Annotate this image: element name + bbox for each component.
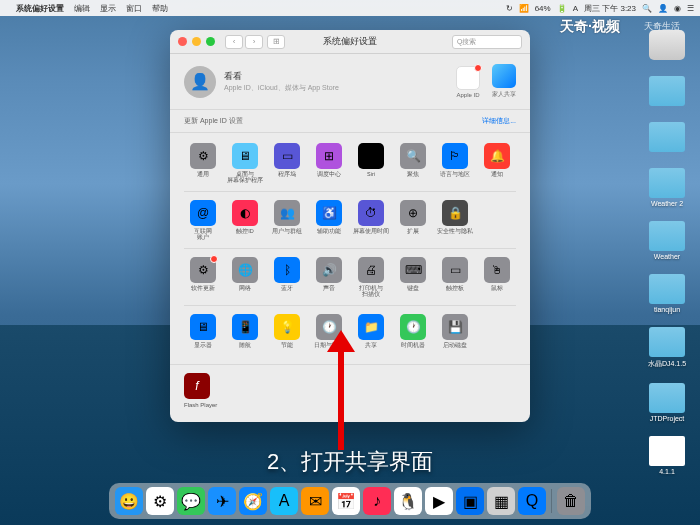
dock-item-4[interactable]: 🧭 bbox=[239, 487, 267, 515]
pref-启动磁盘[interactable]: 💾启动磁盘 bbox=[436, 314, 474, 354]
pref-通用[interactable]: ⚙通用 bbox=[184, 143, 222, 183]
pref-键盘[interactable]: ⌨键盘 bbox=[394, 257, 432, 297]
siri-icon[interactable]: ◉ bbox=[674, 4, 681, 13]
close-button[interactable] bbox=[178, 37, 187, 46]
pref-互联网账户[interactable]: @互联网账户 bbox=[184, 200, 222, 240]
desktop-item[interactable]: 4.1.1 bbox=[646, 436, 688, 475]
avatar[interactable]: 👤 bbox=[184, 66, 216, 98]
dock-item-13[interactable]: Q bbox=[518, 487, 546, 515]
dock-item-1[interactable]: ⚙ bbox=[146, 487, 174, 515]
search-icon[interactable]: 🔍 bbox=[642, 4, 652, 13]
dock-item-14[interactable]: 🗑 bbox=[557, 487, 585, 515]
notif-icon[interactable]: ☰ bbox=[687, 4, 694, 13]
pref-触控板[interactable]: ▭触控板 bbox=[436, 257, 474, 297]
pref-共享[interactable]: 📁共享 bbox=[352, 314, 390, 354]
pref-节能[interactable]: 💡节能 bbox=[268, 314, 306, 354]
dock-item-3[interactable]: ✈ bbox=[208, 487, 236, 515]
user-icon[interactable]: 👤 bbox=[658, 4, 668, 13]
pref-鼠标[interactable]: 🖱鼠标 bbox=[478, 257, 516, 297]
pref-扩展[interactable]: ⊕扩展 bbox=[394, 200, 432, 240]
desktop-item[interactable] bbox=[646, 122, 688, 154]
account-name: 看看 bbox=[224, 70, 456, 83]
window-title: 系统偏好设置 bbox=[323, 35, 377, 48]
update-text: 更新 Apple ID 设置 bbox=[184, 116, 243, 126]
battery-text: 64% bbox=[535, 4, 551, 13]
pref-打印机与扫描仪[interactable]: 🖨打印机与扫描仪 bbox=[352, 257, 390, 297]
pref-安全性与隐私[interactable]: 🔒安全性与隐私 bbox=[436, 200, 474, 240]
flash-player-label: Flash Player bbox=[184, 402, 516, 408]
watermark-secondary: 天奇生活 bbox=[644, 20, 680, 33]
dock-item-0[interactable]: 😀 bbox=[115, 487, 143, 515]
dock-item-8[interactable]: ♪ bbox=[363, 487, 391, 515]
desktop-item[interactable] bbox=[646, 30, 688, 62]
update-banner[interactable]: 更新 Apple ID 设置 详细信息... bbox=[170, 110, 530, 133]
date-time[interactable]: 周三 下午 3:23 bbox=[584, 3, 636, 14]
apple-id-button[interactable]: Apple ID bbox=[456, 66, 480, 98]
annotation-arrow bbox=[338, 350, 344, 450]
back-button[interactable]: ‹ bbox=[225, 35, 243, 49]
dock-item-10[interactable]: ▶ bbox=[425, 487, 453, 515]
desktop-item[interactable]: Weather 2 bbox=[646, 168, 688, 207]
family-sharing-button[interactable]: 家人共享 bbox=[492, 64, 516, 99]
wifi-icon[interactable]: 📶 bbox=[519, 4, 529, 13]
dock-item-9[interactable]: 🐧 bbox=[394, 487, 422, 515]
menubar: 系统偏好设置 编辑 显示 窗口 帮助 ↻ 📶 64% 🔋 A 周三 下午 3:2… bbox=[0, 0, 700, 16]
pref-辅助功能[interactable]: ♿辅助功能 bbox=[310, 200, 348, 240]
pref-声音[interactable]: 🔊声音 bbox=[310, 257, 348, 297]
desktop-item[interactable] bbox=[646, 76, 688, 108]
pref-桌面与屏幕保护程序[interactable]: 🖥桌面与屏幕保护程序 bbox=[226, 143, 264, 183]
zoom-button[interactable] bbox=[206, 37, 215, 46]
dock: 😀⚙💬✈🧭A✉📅♪🐧▶▣▦Q🗑 bbox=[109, 483, 591, 519]
system-preferences-window: ‹ › ⊞ 系统偏好设置 Q搜索 👤 看看 Apple ID、iCloud、媒体… bbox=[170, 30, 530, 422]
pref-聚焦[interactable]: 🔍聚焦 bbox=[394, 143, 432, 183]
pref-屏幕使用时间[interactable]: ⏱屏幕使用时间 bbox=[352, 200, 390, 240]
titlebar[interactable]: ‹ › ⊞ 系统偏好设置 Q搜索 bbox=[170, 30, 530, 54]
pref-用户与群组[interactable]: 👥用户与群组 bbox=[268, 200, 306, 240]
dock-item-7[interactable]: 📅 bbox=[332, 487, 360, 515]
pref-触控ID[interactable]: ◐触控ID bbox=[226, 200, 264, 240]
dock-item-11[interactable]: ▣ bbox=[456, 487, 484, 515]
flash-player-icon[interactable]: f bbox=[184, 373, 210, 399]
update-details-link[interactable]: 详细信息... bbox=[482, 116, 516, 126]
dock-item-5[interactable]: A bbox=[270, 487, 298, 515]
dock-item-12[interactable]: ▦ bbox=[487, 487, 515, 515]
desktop-item[interactable]: tianqijun bbox=[646, 274, 688, 313]
pref-网络[interactable]: 🌐网络 bbox=[226, 257, 264, 297]
account-section: 👤 看看 Apple ID、iCloud、媒体与 App Store Apple… bbox=[170, 54, 530, 110]
pref-软件更新[interactable]: ⚙软件更新 bbox=[184, 257, 222, 297]
desktop-item[interactable]: 水晶DJ4.1.5 bbox=[646, 327, 688, 369]
battery-icon[interactable]: 🔋 bbox=[557, 4, 567, 13]
pref-Siri[interactable]: ◉Siri bbox=[352, 143, 390, 183]
pref-随航[interactable]: 📱随航 bbox=[226, 314, 264, 354]
pref-调度中心[interactable]: ⊞调度中心 bbox=[310, 143, 348, 183]
input-icon[interactable]: A bbox=[573, 4, 578, 13]
dock-item-6[interactable]: ✉ bbox=[301, 487, 329, 515]
desktop-item[interactable]: JTDProject bbox=[646, 383, 688, 422]
pref-程序坞[interactable]: ▭程序坞 bbox=[268, 143, 306, 183]
pref-语言与地区[interactable]: 🏳语言与地区 bbox=[436, 143, 474, 183]
sync-icon[interactable]: ↻ bbox=[506, 4, 513, 13]
dock-item-2[interactable]: 💬 bbox=[177, 487, 205, 515]
pref-显示器[interactable]: 🖥显示器 bbox=[184, 314, 222, 354]
annotation-caption: 2、打开共享界面 bbox=[267, 447, 433, 477]
menu-edit[interactable]: 编辑 bbox=[74, 3, 90, 14]
pref-蓝牙[interactable]: ᛒ蓝牙 bbox=[268, 257, 306, 297]
watermark-primary: 天奇·视频 bbox=[560, 18, 620, 36]
menu-view[interactable]: 显示 bbox=[100, 3, 116, 14]
pref-通知[interactable]: 🔔通知 bbox=[478, 143, 516, 183]
search-input[interactable]: Q搜索 bbox=[452, 35, 522, 49]
desktop-item[interactable]: Weather bbox=[646, 221, 688, 260]
forward-button[interactable]: › bbox=[245, 35, 263, 49]
menu-help[interactable]: 帮助 bbox=[152, 3, 168, 14]
menu-window[interactable]: 窗口 bbox=[126, 3, 142, 14]
pref-时间机器[interactable]: 🕐时间机器 bbox=[394, 314, 432, 354]
grid-button[interactable]: ⊞ bbox=[267, 35, 285, 49]
badge-icon bbox=[474, 64, 482, 72]
minimize-button[interactable] bbox=[192, 37, 201, 46]
account-subtitle: Apple ID、iCloud、媒体与 App Store bbox=[224, 83, 456, 93]
app-menu[interactable]: 系统偏好设置 bbox=[16, 3, 64, 14]
